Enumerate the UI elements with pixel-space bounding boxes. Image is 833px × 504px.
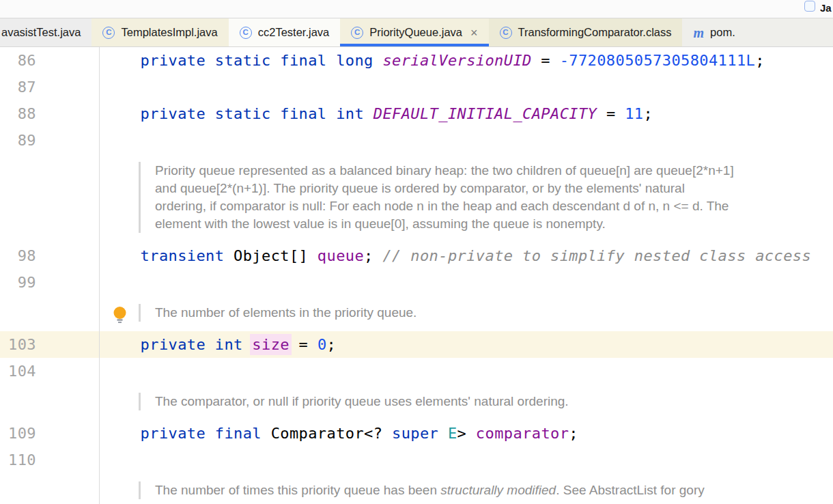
code-line[interactable]: 109 private final Comparator<? super E> … [0, 420, 833, 447]
gutter-separator [99, 47, 100, 504]
line-number[interactable]: 88 [0, 100, 36, 127]
doc-line: and queue[2*(n+1)]. The priority queue i… [155, 180, 833, 197]
tab-label: TransformingComparator.class [518, 26, 672, 39]
line-number[interactable]: 98 [0, 242, 36, 269]
doc-comment: Priority queue represented as a balanced… [139, 162, 833, 233]
code-editor[interactable]: 86 private static final long serialVersi… [0, 47, 833, 504]
code-line[interactable]: 89 [0, 127, 833, 154]
code-text: private int size = 0; [103, 331, 336, 358]
class-icon: C [351, 27, 363, 39]
code-line[interactable]: 98 transient Object[] queue; // non-priv… [0, 242, 833, 269]
tab-transformingcomparator-class[interactable]: C TransformingComparator.class [489, 18, 683, 46]
tab-label: pom. [710, 26, 735, 39]
toolbar-right-label: Ja [820, 2, 832, 14]
maven-icon: m [693, 26, 704, 40]
code-line[interactable]: 104 [0, 358, 833, 384]
code-text: private static final int DEFAULT_INITIAL… [103, 100, 653, 127]
line-number[interactable]: 110 [0, 447, 36, 473]
class-icon: C [240, 27, 252, 39]
code-line[interactable]: 87 [0, 74, 833, 100]
code-text: private final Comparator<? super E> comp… [103, 420, 578, 447]
main-toolbar: Ja [0, 0, 833, 18]
tab-avasisttest-java[interactable]: avasistTest.java [0, 18, 91, 46]
code-line[interactable]: 103 private int size = 0; [0, 331, 833, 358]
doc-line: The comparator, or null if priority queu… [155, 393, 833, 410]
code-line[interactable]: 110 [0, 447, 833, 473]
close-icon[interactable]: × [470, 27, 478, 39]
tab-pom[interactable]: m pom. [682, 18, 833, 46]
editor-tab-bar: avasistTest.java C TemplatesImpl.java C … [0, 18, 833, 47]
doc-comment: The number of elements in the priority q… [139, 304, 833, 322]
tab-label: TemplatesImpl.java [121, 26, 217, 39]
tab-label: avasistTest.java [1, 26, 81, 39]
class-icon: C [102, 27, 115, 39]
intention-bulb-icon[interactable] [113, 305, 128, 326]
editor-content: 86 private static final long serialVersi… [0, 47, 833, 499]
java-checkbox[interactable] [804, 1, 815, 12]
line-number[interactable]: 104 [0, 358, 36, 384]
doc-line: element with the lowest value is in queu… [155, 215, 833, 233]
doc-line: Priority queue represented as a balanced… [155, 162, 833, 180]
line-number[interactable]: 103 [0, 331, 36, 358]
line-number[interactable]: 99 [0, 269, 36, 296]
code-text: private static final long serialVersionU… [103, 47, 765, 74]
code-line[interactable]: 88 private static final int DEFAULT_INIT… [0, 100, 833, 127]
doc-comment: The comparator, or null if priority queu… [139, 393, 833, 410]
code-line[interactable]: 99 [0, 269, 833, 296]
doc-comment: The number of times this priority queue … [139, 481, 833, 499]
code-text: transient Object[] queue; // non-private… [103, 242, 811, 269]
line-number[interactable]: 109 [0, 420, 36, 447]
doc-line: ordering, if comparator is null: For eac… [155, 197, 833, 215]
tab-priorityqueue-java[interactable]: C PriorityQueue.java × [340, 18, 488, 46]
doc-line: The number of times this priority queue … [155, 481, 833, 499]
tab-label: cc2Tester.java [258, 26, 330, 39]
tab-label: PriorityQueue.java [369, 26, 462, 39]
line-number[interactable]: 89 [0, 127, 36, 154]
tab-cc2tester-java[interactable]: C cc2Tester.java [229, 18, 341, 46]
line-number[interactable]: 86 [0, 47, 36, 74]
doc-line: The number of elements in the priority q… [155, 304, 833, 322]
code-line[interactable]: 86 private static final long serialVersi… [0, 47, 833, 74]
tab-templatesimpl-java[interactable]: C TemplatesImpl.java [91, 18, 228, 46]
line-number[interactable]: 87 [0, 74, 36, 100]
class-icon: C [500, 27, 512, 39]
